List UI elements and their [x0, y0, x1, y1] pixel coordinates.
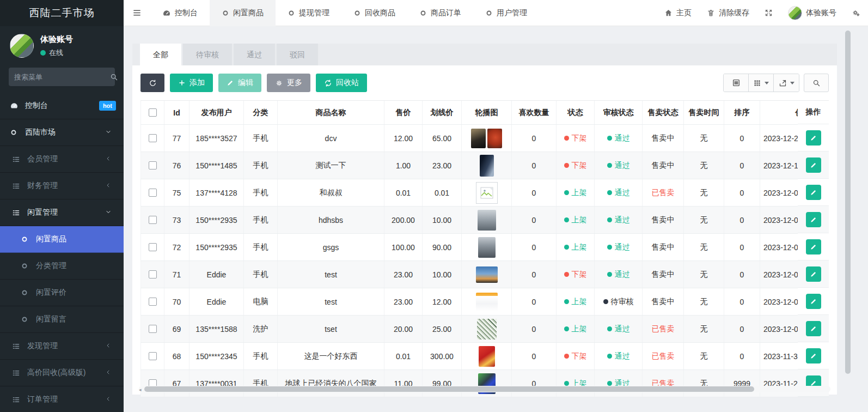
thumb-image[interactable] [478, 210, 496, 231]
thumb-image[interactable] [471, 129, 486, 148]
horizontal-scrollbar-thumb[interactable] [144, 386, 754, 392]
columns-button[interactable] [749, 74, 774, 92]
horizontal-scrollbar[interactable]: ◂ [139, 386, 830, 392]
thumb-image[interactable] [487, 129, 502, 148]
thumb-image[interactable] [476, 293, 498, 311]
sidebar-item[interactable]: 分类管理 [0, 253, 124, 280]
row-checkbox[interactable] [149, 216, 157, 224]
sidebar-item[interactable]: 高价回收(高级版) [0, 360, 124, 386]
avatar[interactable] [10, 34, 34, 58]
cell-likes: 0 [512, 288, 557, 315]
cell-category: 手机 [244, 261, 278, 288]
cell-sell-status: 售卖中 [643, 288, 684, 315]
hamburger-icon[interactable] [124, 0, 150, 26]
refresh-button[interactable] [140, 74, 164, 92]
vertical-scrollbar-thumb[interactable] [845, 31, 851, 374]
status-dot-icon [564, 163, 569, 168]
row-checkbox[interactable] [149, 298, 157, 306]
user-menu[interactable]: 体验账号 [780, 0, 844, 26]
cell-name: test [278, 261, 384, 288]
row-checkbox[interactable] [149, 270, 157, 278]
vertical-scrollbar[interactable] [845, 31, 851, 407]
row-select-cell [140, 261, 164, 288]
row-checkbox[interactable] [149, 189, 157, 197]
sidebar-item-label: 分类管理 [36, 261, 66, 271]
edit-button[interactable] [806, 321, 821, 336]
home-button[interactable]: 主页 [657, 0, 699, 26]
edit-button[interactable]: 编辑 [218, 74, 261, 92]
tab-active[interactable]: 全部 [140, 44, 181, 65]
nav-tab[interactable]: 回收商品 [341, 0, 407, 26]
header-cell: 售卖时间 [684, 101, 724, 124]
nav-tab[interactable]: 控制台 [150, 0, 210, 26]
thumb-image[interactable] [477, 319, 497, 340]
more-button[interactable]: 更多 [267, 74, 310, 92]
cell-sell-status-label: 售卖中 [652, 270, 675, 280]
detail-view-button[interactable] [724, 74, 749, 92]
row-checkbox[interactable] [149, 243, 157, 251]
edit-button[interactable] [806, 212, 821, 227]
edit-button[interactable] [806, 157, 821, 173]
thumb-image[interactable] [480, 155, 494, 177]
search-input[interactable] [14, 73, 110, 81]
cell-name: tset [278, 316, 384, 342]
row-checkbox[interactable] [149, 352, 157, 360]
nav-util-label: 体验账号 [806, 8, 836, 18]
sidebar-item[interactable]: 闲置评价 [0, 280, 124, 306]
sidebar-item[interactable]: 西陆市场 [0, 119, 124, 146]
thumb-image[interactable] [478, 237, 496, 258]
sidebar-item[interactable]: 发现管理 [0, 333, 124, 360]
edit-button[interactable] [806, 348, 821, 363]
sidebar-item[interactable]: 财务管理 [0, 173, 124, 199]
broken-image-icon[interactable] [476, 182, 498, 204]
button-label: 更多 [287, 78, 302, 88]
edit-button[interactable] [806, 130, 821, 146]
edit-button[interactable] [806, 266, 821, 282]
chevron-left-icon [105, 342, 115, 349]
add-button[interactable]: 添加 [170, 74, 213, 92]
tab-item[interactable]: 通过 [234, 44, 275, 65]
expand-button[interactable] [757, 0, 780, 26]
header-cell: 排序 [724, 101, 760, 124]
nav-tab[interactable]: 用户管理 [473, 0, 539, 26]
gears-button[interactable] [844, 0, 868, 26]
tab-item[interactable]: 待审核 [183, 44, 232, 65]
trash-button[interactable]: 清除缓存 [699, 0, 757, 26]
cell-sell-status-label: 已售卖 [652, 324, 675, 334]
cell-category: 手机 [244, 234, 278, 260]
circle-icon [21, 316, 30, 323]
recycle-bin-button[interactable]: 回收站 [316, 74, 367, 92]
sidebar-item[interactable]: 会员管理 [0, 146, 124, 173]
action-column: 操作 [798, 100, 829, 397]
chevron-down-icon [105, 209, 115, 215]
header-label: 划线价 [431, 108, 454, 118]
nav-tab[interactable]: 商品订单 [407, 0, 473, 26]
sidebar-item[interactable]: 闲置留言 [0, 306, 124, 333]
sidebar-item[interactable]: 控制台hot [0, 93, 124, 119]
row-checkbox[interactable] [149, 161, 157, 169]
row-checkbox[interactable] [149, 325, 157, 333]
edit-button[interactable] [806, 294, 821, 309]
header-label: 发布用户 [201, 108, 232, 118]
table-search-button[interactable] [804, 74, 829, 92]
thumb-image[interactable] [476, 266, 498, 283]
edit-button[interactable] [806, 239, 821, 255]
pencil-icon [810, 270, 817, 278]
status-badge: 上架 [557, 234, 595, 260]
cell-name: 测试一下 [278, 152, 384, 179]
header-label: 状态 [568, 108, 583, 118]
nav-tab[interactable]: 提现管理 [276, 0, 341, 26]
search-icon[interactable] [110, 73, 118, 81]
sidebar-item[interactable]: 订单管理 [0, 386, 124, 412]
nav-tab[interactable]: 闲置商品 [210, 0, 276, 26]
scrollbar-left-arrow-icon[interactable]: ◂ [139, 387, 142, 392]
export-button[interactable] [774, 74, 799, 92]
edit-button[interactable] [806, 185, 821, 200]
select-all-checkbox[interactable] [149, 108, 157, 117]
sidebar-item[interactable]: 闲置商品 [0, 226, 124, 253]
row-checkbox[interactable] [149, 134, 157, 142]
tab-item[interactable]: 驳回 [277, 44, 318, 65]
cell-sell-status: 已售卖 [643, 370, 684, 397]
thumb-image[interactable] [479, 346, 495, 367]
sidebar-item[interactable]: 闲置管理 [0, 199, 124, 226]
